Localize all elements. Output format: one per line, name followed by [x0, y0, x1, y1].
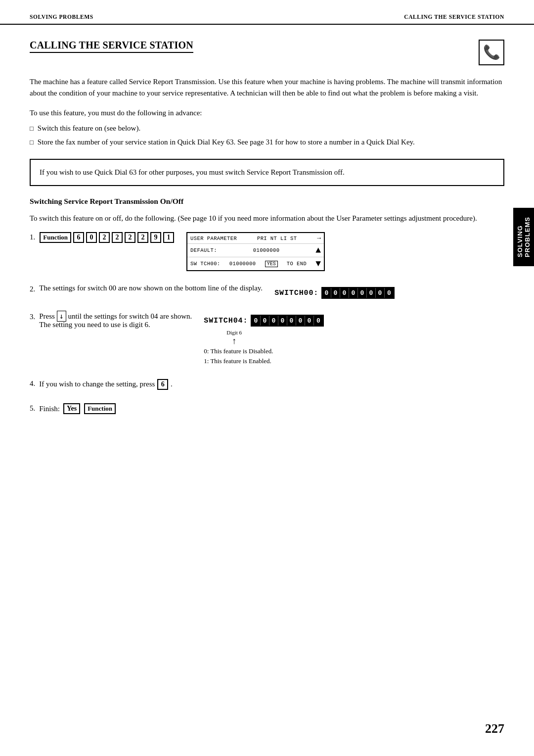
lcd-scroll-down: ▼	[315, 259, 321, 269]
digit6-pointer: Digit 6 ↑	[226, 330, 242, 345]
step-3-left: Press ↓ until the settings for switch 04…	[39, 312, 192, 329]
step-5-content: Finish: Yes Function	[39, 403, 504, 415]
switch04-bit-6: 0	[305, 316, 314, 326]
page-title: CALLING THE SERVICE STATION	[30, 40, 193, 53]
step-1-row: 1. Function 6 0 2 2 2 2 9 1	[30, 232, 504, 271]
step-4-key-6: 6	[157, 379, 168, 390]
step-5-yes-key: Yes	[63, 403, 80, 414]
down-arrow-key: ↓	[57, 311, 66, 322]
lcd-switch-label: SW TCH00:	[190, 261, 221, 267]
digit-annotation-row: Digit 6 ↑	[204, 330, 324, 345]
checkbox-icon-1: □	[30, 124, 34, 134]
digit6-label: Digit 6	[226, 330, 242, 335]
step-3-layout: Press ↓ until the settings for switch 04…	[39, 312, 324, 366]
step-5-prefix: Finish:	[39, 403, 60, 415]
switch00-label-row: SWITCH00: 0 0 0 0 0 0 0 0	[274, 287, 395, 299]
step-4-content: If you wish to change the setting, press…	[39, 378, 504, 390]
intro-para2: To use this feature, you must do the fol…	[30, 107, 504, 119]
sub-heading: Switching Service Report Transmission On…	[30, 197, 504, 206]
switch04-label: SWITCH04:	[204, 317, 248, 325]
lcd-switch-value: 01000000	[229, 261, 256, 267]
step-3-text2: until the settings for switch 04 are sho…	[68, 312, 192, 320]
step-2-row: 2. The settings for switch 00 are now sh…	[30, 284, 504, 299]
title-row: CALLING THE SERVICE STATION 📞	[30, 40, 504, 65]
page-number: 227	[485, 721, 504, 736]
checkbox-icon-2: □	[30, 138, 34, 147]
lcd-default-label: DEFAULT:	[190, 247, 217, 253]
sidebar-tab: SOLVINGPROBLEMS	[513, 208, 534, 266]
key-0: 0	[86, 232, 97, 243]
main-content: CALLING THE SERVICE STATION 📞 The machin…	[0, 25, 534, 457]
step-1-key-sequence: Function 6 0 2 2 2 2 9 1	[39, 232, 175, 243]
key-6: 6	[73, 232, 84, 243]
lcd-scroll-up: ▲	[315, 245, 321, 255]
switch00-bit-3: 0	[349, 288, 358, 298]
lcd-default-value: 01000000	[253, 247, 280, 253]
step-4-period: .	[171, 380, 173, 388]
lcd-row-1: USER PARAMETER PRI NT LI ST →	[187, 233, 324, 244]
switch04-bit-3: 0	[278, 316, 287, 326]
switch00-bit-1: 0	[331, 288, 340, 298]
finish-row: Finish: Yes Function	[39, 403, 504, 415]
lcd-user-param: USER PARAMETER	[190, 236, 237, 241]
switch04-label-row: SWITCH04: 0 0 0 0 0 0 0 0	[204, 315, 324, 327]
warning-box: If you wish to use Quick Dial 63 for oth…	[30, 159, 504, 186]
step-4-number: 4.	[30, 379, 35, 388]
step-5-row: 5. Finish: Yes Function	[30, 403, 504, 415]
step-4-text: If you wish to change the setting, press	[39, 380, 155, 388]
list-item-1-text: Switch this feature on (see below).	[38, 123, 140, 134]
switch04-annotation: Digit 6 ↑ 0: This feature is Disabled. 1…	[204, 330, 324, 366]
step-1-layout: Function 6 0 2 2 2 2 9 1	[39, 232, 325, 271]
switch04-bit-1: 0	[261, 316, 269, 326]
step-2-text: The settings for switch 00 are now shown…	[39, 284, 263, 292]
header-right: CALLING THE SERVICE STATION	[404, 14, 504, 20]
key-2b: 2	[112, 232, 123, 243]
step-2-layout: The settings for switch 00 are now shown…	[39, 284, 395, 299]
switch00-bit-2: 0	[340, 288, 349, 298]
page-header: SOLVING PROBLEMS CALLING THE SERVICE STA…	[0, 0, 534, 25]
step-5-number: 5.	[30, 404, 35, 413]
switch00-label: SWITCH00:	[274, 289, 318, 297]
lcd-row-3: SW TCH00: 01000000 YES TO END ▼	[187, 257, 324, 270]
switch04-bit-7: 0	[314, 316, 323, 326]
warning-text: If you wish to use Quick Dial 63 for oth…	[40, 168, 345, 176]
lcd-arrow-right: →	[317, 235, 321, 242]
function-key: Function	[40, 232, 71, 243]
switch04-bit-5: 0	[296, 316, 305, 326]
switch00-bit-6: 0	[376, 288, 385, 298]
lcd-to-end: TO END	[287, 261, 307, 267]
lcd-display: USER PARAMETER PRI NT LI ST → DEFAULT: 0…	[186, 232, 325, 271]
step-3-text: Press ↓ until the settings for switch 04…	[39, 312, 192, 320]
list-item-2-text: Store the fax number of your service sta…	[38, 137, 415, 148]
switch04-bit-4: 0	[287, 316, 296, 326]
step-4-row: 4. If you wish to change the setting, pr…	[30, 378, 504, 390]
lcd-row-2: DEFAULT: 01000000 ▲	[187, 244, 324, 257]
switch04-bit-0: 0	[252, 316, 261, 326]
header-left: SOLVING PROBLEMS	[30, 14, 93, 20]
phone-icon-box: 📞	[479, 40, 504, 65]
switch00-bits: 0 0 0 0 0 0 0 0	[321, 287, 395, 299]
step-2-right: SWITCH00: 0 0 0 0 0 0 0 0	[274, 287, 395, 299]
subheading-text: To switch this feature on or off, do the…	[30, 213, 504, 224]
digit6-arrow: ↑	[232, 336, 236, 345]
switch00-bit-4: 0	[358, 288, 367, 298]
key-9: 9	[150, 232, 161, 243]
step-3-text3: The setting you need to use is digit 6.	[39, 321, 150, 329]
steps-area: 1. Function 6 0 2 2 2 2 9 1	[30, 232, 504, 415]
sidebar-text: SOLVINGPROBLEMS	[516, 217, 531, 257]
step-3-right: SWITCH04: 0 0 0 0 0 0 0 0	[204, 315, 324, 366]
switch04-bit-2: 0	[269, 316, 278, 326]
list-item-2: □ Store the fax number of your service s…	[30, 137, 504, 148]
key-2d: 2	[137, 232, 148, 243]
key-2a: 2	[99, 232, 110, 243]
step-3-row: 3. Press ↓ until the settings for switch…	[30, 312, 504, 366]
step-2-number: 2.	[30, 285, 35, 293]
step-2-left: The settings for switch 00 are now shown…	[39, 284, 263, 292]
list-item-1: □ Switch this feature on (see below).	[30, 123, 504, 134]
step-1-number: 1.	[30, 233, 35, 241]
lcd-yes-box: YES	[265, 261, 278, 267]
annotation-line-1: 0: This feature is Disabled.	[204, 346, 324, 356]
step-5-function-key: Function	[84, 403, 116, 414]
key-1: 1	[163, 232, 174, 243]
lcd-print-list: PRI NT LI ST	[257, 236, 297, 241]
